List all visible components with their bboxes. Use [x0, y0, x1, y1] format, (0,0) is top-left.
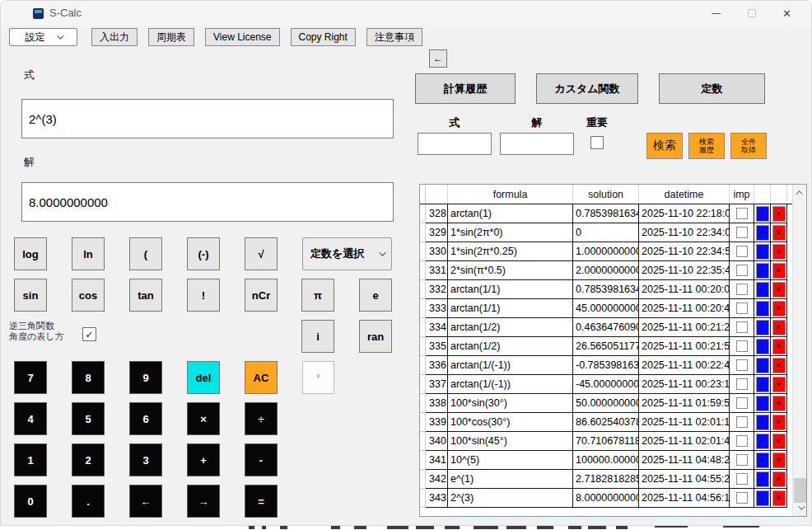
numpad-key[interactable]: = [245, 485, 278, 518]
delete-row-button[interactable]: × [772, 225, 786, 241]
imp-checkbox[interactable] [736, 473, 748, 485]
numpad-key[interactable]: - [245, 443, 278, 476]
imp-checkbox[interactable] [736, 378, 748, 390]
imp-checkbox[interactable] [736, 284, 748, 295]
apply-row-button[interactable]: ✓ [756, 453, 769, 468]
imp-checkbox[interactable] [736, 303, 748, 314]
search-button[interactable]: 検索 履歴 [688, 133, 725, 159]
numpad-key[interactable]: 4 [14, 402, 47, 435]
function-key[interactable]: nCr [245, 279, 278, 312]
apply-row-button[interactable]: ✓ [756, 206, 769, 222]
numpad-key[interactable]: 5 [72, 402, 105, 435]
delete-row-button[interactable]: × [772, 453, 786, 468]
imp-checkbox[interactable] [736, 208, 748, 219]
history-nav-button[interactable]: カスタム関数 [536, 73, 638, 104]
delete-row-button[interactable]: × [772, 415, 786, 430]
minimize-button[interactable] [698, 1, 734, 26]
apply-row-button[interactable]: ✓ [756, 282, 769, 298]
history-nav-button[interactable]: 計算履歴 [415, 73, 516, 104]
delete-row-button[interactable]: × [772, 206, 786, 222]
scroll-down-button[interactable] [793, 501, 807, 514]
apply-row-button[interactable]: ✓ [756, 490, 769, 506]
search-solution-input[interactable] [500, 133, 574, 155]
function-key[interactable]: ( [129, 237, 162, 270]
apply-row-button[interactable]: ✓ [756, 263, 769, 279]
numpad-key[interactable]: → [187, 485, 220, 518]
imp-checkbox[interactable] [736, 227, 748, 238]
delete-row-button[interactable]: × [772, 263, 786, 279]
numpad-key[interactable]: 3 [129, 443, 162, 476]
numpad-key[interactable]: 2 [72, 443, 105, 476]
numpad-key[interactable]: 1 [14, 443, 47, 476]
apply-row-button[interactable]: ✓ [756, 301, 769, 317]
settings-dropdown[interactable]: 設定 [9, 28, 77, 46]
delete-row-button[interactable]: × [772, 358, 786, 373]
delete-row-button[interactable]: × [772, 471, 786, 487]
numpad-key[interactable]: 7 [14, 361, 47, 394]
scrollbar-thumb[interactable] [794, 478, 806, 503]
constant-select-dropdown[interactable]: 定数を選択 [302, 237, 392, 270]
imp-checkbox[interactable] [736, 416, 748, 428]
constant-key[interactable]: π [301, 279, 334, 312]
numpad-key[interactable]: 0 [14, 485, 47, 518]
imp-checkbox[interactable] [736, 397, 748, 409]
toolbar-button[interactable]: 入出力 [91, 28, 138, 46]
imp-checkbox[interactable] [736, 435, 748, 447]
numpad-key[interactable]: del [187, 361, 220, 394]
search-button[interactable]: 検索 [646, 133, 683, 159]
delete-row-button[interactable]: × [772, 396, 786, 411]
function-key[interactable]: (-) [187, 237, 220, 270]
imp-checkbox[interactable] [736, 246, 748, 257]
delete-row-button[interactable]: × [772, 301, 786, 317]
function-key[interactable]: √ [245, 237, 278, 270]
imp-checkbox[interactable] [736, 265, 748, 276]
apply-row-button[interactable]: ✓ [756, 225, 769, 241]
function-key[interactable]: ! [187, 279, 220, 312]
apply-row-button[interactable]: ✓ [756, 377, 769, 392]
imp-checkbox[interactable] [736, 492, 748, 504]
delete-row-button[interactable]: × [772, 320, 786, 335]
numpad-key[interactable]: ← [129, 485, 162, 518]
imp-checkbox[interactable] [736, 321, 748, 333]
maximize-button[interactable] [734, 1, 769, 26]
numpad-key[interactable]: × [187, 402, 220, 435]
delete-row-button[interactable]: × [772, 377, 786, 392]
imp-checkbox[interactable] [736, 359, 748, 371]
apply-row-button[interactable]: ✓ [756, 339, 769, 354]
apply-row-button[interactable]: ✓ [756, 434, 769, 449]
search-button[interactable]: 全件 取得 [730, 133, 767, 159]
formula-input[interactable] [21, 99, 394, 138]
function-key[interactable]: ln [72, 237, 105, 270]
delete-row-button[interactable]: × [772, 490, 786, 506]
history-nav-button[interactable]: 定数 [659, 73, 765, 104]
imp-checkbox[interactable] [736, 454, 748, 466]
function-key[interactable]: tan [129, 279, 162, 312]
constant-key[interactable]: ran [359, 320, 392, 353]
close-button[interactable]: ✕ [769, 1, 805, 26]
apply-row-button[interactable]: ✓ [756, 471, 769, 487]
function-key[interactable]: sin [14, 279, 47, 312]
apply-row-button[interactable]: ✓ [756, 358, 769, 373]
apply-row-button[interactable]: ✓ [756, 415, 769, 430]
numpad-key[interactable]: . [72, 485, 105, 518]
constant-key[interactable]: e [359, 279, 392, 312]
numpad-key[interactable]: 9 [129, 361, 162, 394]
solution-input[interactable] [21, 182, 394, 222]
degree-key[interactable]: ° [302, 361, 334, 394]
important-checkbox[interactable] [590, 136, 604, 149]
back-button[interactable]: ← [429, 49, 447, 68]
function-key[interactable]: log [14, 237, 47, 270]
function-key[interactable]: cos [72, 279, 105, 312]
numpad-key[interactable]: AC [245, 361, 278, 394]
numpad-key[interactable]: ÷ [245, 402, 278, 435]
delete-row-button[interactable]: × [772, 434, 786, 449]
toolbar-button[interactable]: Copy Right [291, 28, 356, 46]
delete-row-button[interactable]: × [772, 244, 786, 260]
imp-checkbox[interactable] [736, 340, 748, 352]
apply-row-button[interactable]: ✓ [756, 320, 769, 335]
constant-key[interactable]: i [301, 320, 334, 353]
delete-row-button[interactable]: × [772, 282, 786, 298]
apply-row-button[interactable]: ✓ [756, 396, 769, 411]
apply-row-button[interactable]: ✓ [756, 244, 769, 260]
scroll-up-button[interactable] [793, 186, 807, 199]
